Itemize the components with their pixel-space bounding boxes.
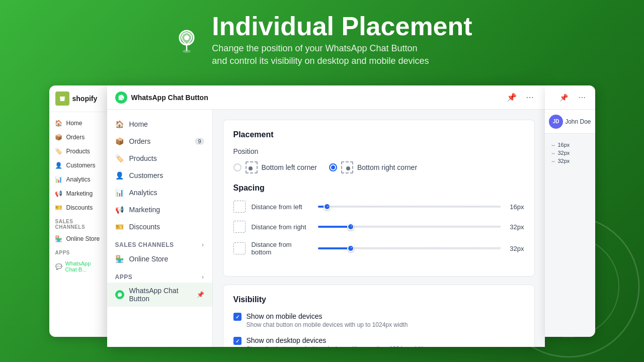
location-icon bbox=[172, 25, 202, 55]
mobile-checkmark: ✓ bbox=[235, 314, 239, 320]
customers-nav-icon: 👤 bbox=[115, 171, 124, 180]
sidebar-analytics[interactable]: 📊 Analytics bbox=[107, 184, 212, 201]
small-nav-products[interactable]: 🏷️ Products bbox=[49, 144, 107, 158]
right-spacing-labels: ↔ 16px ↔ 32px ↔ 32px bbox=[551, 142, 589, 164]
mobile-visibility-row: ✓ Show on mobile devices Show chat butto… bbox=[233, 312, 524, 328]
mobile-desc: Show chat button on mobile devices with … bbox=[247, 321, 408, 328]
distance-right-label: Distance from right bbox=[252, 223, 312, 231]
arrow-bottom-icon: ↔ bbox=[551, 158, 556, 164]
analytics-nav-icon: 📊 bbox=[115, 188, 124, 197]
slider-bottom-wrapper[interactable] bbox=[318, 247, 501, 249]
panel-body: 🏠 Home 📦 Orders 9 🏷️ Products 👤 Customer… bbox=[107, 110, 545, 347]
placement-card: Placement Position Bottom left bbox=[223, 120, 535, 277]
bottom-right-corner-icon bbox=[341, 161, 353, 173]
panel-topbar: WhatsApp Chat Button 📌 ⋯ bbox=[107, 85, 545, 110]
whatsapp-small-icon: 💬 bbox=[55, 263, 62, 270]
small-nav-analytics[interactable]: 📊 Analytics bbox=[49, 172, 107, 187]
marketing-icon: 📢 bbox=[55, 190, 62, 197]
products-icon: 🏷️ bbox=[55, 148, 62, 155]
sales-channels-section: Sales channels › bbox=[107, 235, 212, 250]
position-radio-group: Bottom left corner Bottom right bbox=[233, 161, 524, 173]
shopify-logo: shopify bbox=[49, 85, 107, 112]
store-nav-icon: 🏪 bbox=[115, 254, 124, 263]
sidebar-online-store[interactable]: 🏪 Online Store bbox=[107, 250, 212, 267]
mobile-checkbox-text: Show on mobile devices Show chat button … bbox=[247, 312, 408, 328]
spacing-title: Spacing bbox=[233, 184, 524, 193]
more-button[interactable]: ⋯ bbox=[523, 90, 537, 105]
sidebar-whatsapp-app[interactable]: WhatsApp Chat Button 📌 bbox=[107, 283, 212, 307]
user-avatar: JD bbox=[549, 115, 563, 129]
customers-icon: 👤 bbox=[55, 162, 62, 169]
radio-outer-left bbox=[233, 163, 242, 171]
small-nav-marketing[interactable]: 📢 Marketing bbox=[49, 187, 107, 201]
header: Individual Placement Change the position… bbox=[0, 0, 644, 80]
desktop-visibility-row: ✓ Show on desktop devices Show chat butt… bbox=[233, 336, 524, 347]
small-nav-customers[interactable]: 👤 Customers bbox=[49, 158, 107, 172]
radio-bottom-right[interactable]: Bottom right corner bbox=[329, 161, 417, 173]
desktop-checkbox-text: Show on desktop devices Show chat button… bbox=[247, 336, 425, 347]
analytics-icon: 📊 bbox=[55, 176, 62, 183]
sidebar-products[interactable]: 🏷️ Products bbox=[107, 150, 212, 167]
main-content-area: Placement Position Bottom left bbox=[213, 110, 545, 347]
sidebar-home[interactable]: 🏠 Home bbox=[107, 116, 212, 133]
apps-section: Apps › bbox=[107, 267, 212, 283]
mobile-label: Show on mobile devices bbox=[247, 312, 408, 320]
small-nav: 🏠 Home 📦 Orders 🏷️ Products 👤 Customers … bbox=[49, 112, 107, 280]
sales-channels-label: Sales channels bbox=[49, 215, 107, 232]
orders-badge: 9 bbox=[195, 138, 204, 145]
home-nav-icon: 🏠 bbox=[115, 120, 124, 129]
arrow-left-icon: ↔ bbox=[551, 142, 556, 148]
radio-bottom-left[interactable]: Bottom left corner bbox=[233, 161, 317, 173]
panel-title: WhatsApp Chat Button bbox=[131, 94, 501, 102]
main-panel: WhatsApp Chat Button 📌 ⋯ 🏠 Home 📦 Orders… bbox=[107, 85, 545, 347]
slider-distance-right: Distance from right 32px bbox=[233, 221, 524, 233]
distance-left-icon bbox=[233, 201, 246, 213]
small-nav-home[interactable]: 🏠 Home bbox=[49, 116, 107, 130]
arrow-right-icon: ↔ bbox=[551, 150, 556, 156]
home-icon: 🏠 bbox=[55, 120, 62, 127]
distance-left-label: Distance from left bbox=[252, 203, 312, 211]
header-text: Individual Placement Change the position… bbox=[212, 13, 472, 67]
position-label: Position bbox=[233, 147, 524, 155]
bottom-left-corner-icon bbox=[246, 161, 258, 173]
right-panel: 📌 ⋯ JD John Doe ↔ 16px ↔ 32px ↔ 32px bbox=[545, 85, 595, 337]
mobile-checkbox[interactable]: ✓ bbox=[233, 313, 242, 321]
pin-sidebar-icon: 📌 bbox=[197, 291, 204, 298]
right-label-32px-2: ↔ 32px bbox=[551, 158, 589, 164]
sidebar-marketing[interactable]: 📢 Marketing bbox=[107, 201, 212, 218]
distance-bottom-value: 32px bbox=[507, 245, 524, 252]
page-title: Individual Placement bbox=[212, 13, 472, 39]
slider-distance-bottom: Distance from bottom 32px bbox=[233, 241, 524, 256]
desktop-label: Show on desktop devices bbox=[247, 336, 425, 344]
store-icon: 🏪 bbox=[55, 235, 62, 242]
slider-right-wrapper[interactable] bbox=[318, 226, 501, 228]
distance-left-value: 16px bbox=[507, 203, 524, 211]
right-content: ↔ 16px ↔ 32px ↔ 32px bbox=[545, 134, 595, 172]
visibility-card: Visibility ✓ Show on mobile devices Show… bbox=[223, 285, 535, 347]
pin-button[interactable]: 📌 bbox=[505, 90, 519, 105]
discounts-nav-icon: 🎫 bbox=[115, 222, 124, 231]
sidebar-discounts[interactable]: 🎫 Discounts bbox=[107, 218, 212, 235]
discounts-icon: 🎫 bbox=[55, 204, 62, 211]
small-nav-discounts[interactable]: 🎫 Discounts bbox=[49, 201, 107, 215]
small-nav-orders[interactable]: 📦 Orders bbox=[49, 130, 107, 144]
right-label-16px: ↔ 16px bbox=[551, 142, 589, 148]
user-name: John Doe bbox=[565, 118, 591, 125]
small-nav-whatsapp[interactable]: 💬 WhatsApp Chat B... bbox=[49, 257, 107, 276]
sidebar-orders[interactable]: 📦 Orders 9 bbox=[107, 133, 212, 150]
shopify-bag-icon bbox=[55, 92, 69, 106]
desktop-checkbox[interactable]: ✓ bbox=[233, 337, 242, 345]
radio-inner-right bbox=[331, 165, 335, 169]
orders-nav-icon: 📦 bbox=[115, 137, 124, 146]
distance-right-icon bbox=[233, 221, 246, 233]
sidebar-customers[interactable]: 👤 Customers bbox=[107, 167, 212, 184]
whatsapp-sidebar-icon bbox=[115, 290, 124, 299]
position-group: Position Bottom left corner bbox=[233, 147, 524, 173]
placement-title: Placement bbox=[233, 130, 524, 139]
small-nav-online-store[interactable]: 🏪 Online Store bbox=[49, 232, 107, 246]
bottom-right-label: Bottom right corner bbox=[357, 163, 417, 171]
desktop-desc: Show chat button on desktop devices with… bbox=[247, 345, 425, 347]
slider-left-wrapper[interactable] bbox=[318, 206, 501, 208]
slider-distance-left: Distance from left 16px bbox=[233, 201, 524, 213]
page-subtitle: Change the position of your WhatsApp Cha… bbox=[212, 42, 472, 67]
